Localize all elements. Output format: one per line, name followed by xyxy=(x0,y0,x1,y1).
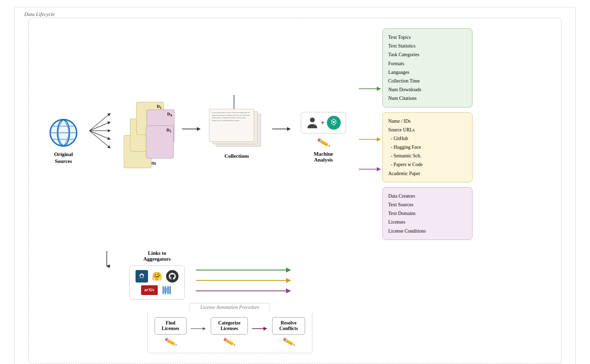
green-box-item: Num Downloads xyxy=(388,85,467,94)
github-icon xyxy=(166,270,179,283)
collections-section: Lorem ipsum dolor sit amet consectetur a… xyxy=(202,109,271,159)
datasets-stack: D1 D4 D2 D5 xyxy=(115,102,178,157)
svg-point-6 xyxy=(51,120,76,146)
green-box-item: Num Citations xyxy=(388,94,467,103)
green-box-item: Text Statistics xyxy=(388,42,467,50)
find-licenses-icon: ✏️ xyxy=(164,335,177,348)
yellow-box-item: Source URLs xyxy=(388,125,467,134)
green-box-item: Collection Time xyxy=(388,77,467,85)
aggregator-right-arrows xyxy=(195,250,292,293)
original-sources: OriginalSources xyxy=(39,117,88,165)
step-categorize-licenses: CategorizeLicenses ✏️ xyxy=(211,317,248,347)
svg-line-21 xyxy=(332,123,332,123)
globe-icon xyxy=(48,117,79,148)
annotation-icon: ✏️ xyxy=(316,136,331,150)
aggregators-section: Links toAggregators 🤗 xyxy=(126,250,188,300)
machine-icons-row: + xyxy=(301,112,346,133)
lifecycle-label: Data Lifecycle xyxy=(24,11,55,17)
arxiv-icon: arXiv xyxy=(141,285,158,295)
bottom-row: Links toAggregators 🤗 xyxy=(39,250,551,300)
pink-box-item: Text Domains xyxy=(388,209,467,218)
pink-box-item: Text Sources xyxy=(388,200,467,209)
categorize-licenses-icon: ✏️ xyxy=(223,335,236,348)
outer-dashed-box: OriginalSources xyxy=(28,18,562,364)
svg-line-12 xyxy=(89,131,110,148)
down-arrow-col xyxy=(95,250,119,268)
pink-box-item: Licenses xyxy=(388,218,467,226)
page-container: Data Lifecycle xyxy=(14,7,576,364)
svg-point-16 xyxy=(333,121,335,123)
yellow-box-item: - Hugging Face xyxy=(388,143,467,151)
svg-line-9 xyxy=(89,122,110,131)
figure-box: Data Lifecycle xyxy=(14,7,576,364)
pwc-icon xyxy=(160,285,173,295)
green-box-item: Task Categories xyxy=(388,50,467,59)
svg-point-15 xyxy=(310,118,315,122)
collections-to-machine-arrow xyxy=(271,125,292,133)
collection-card-1: Lorem ipsum dolor sit amet consectetur a… xyxy=(209,109,254,142)
pink-box-item: License Conditions xyxy=(388,227,467,235)
pink-box: Data Creators Text Sources Text Domains … xyxy=(382,187,472,240)
yellow-box-item: - Semantic Sch. xyxy=(388,151,467,160)
svg-line-11 xyxy=(89,131,110,139)
fanout-arrows xyxy=(88,106,112,155)
green-box-item: Text Topics xyxy=(388,33,467,42)
machine-analysis: + xyxy=(292,112,355,163)
step-find-licenses: FindLicenses ✏️ xyxy=(155,317,187,347)
find-licenses-box: FindLicenses xyxy=(155,317,187,335)
right-arrows xyxy=(358,86,382,172)
datasets-section: D1 D4 D2 D5 xyxy=(112,102,181,166)
license-proc-label: License Annotation Procedure xyxy=(190,303,270,312)
machine-label: MachineAnalysis xyxy=(314,151,333,163)
svg-line-22 xyxy=(332,121,332,121)
semantic-scholar-icon xyxy=(136,270,148,283)
step-resolve-conflicts: ResolveConflicts ✏️ xyxy=(272,317,305,347)
aggregators-label: Links toAggregators xyxy=(144,250,171,262)
license-procedure-section: License Annotation Procedure FindLicense… xyxy=(109,303,351,353)
original-sources-label: OriginalSources xyxy=(54,151,73,165)
yellow-box: Name / IDs Source URLs - GitHub - Huggin… xyxy=(382,112,472,182)
svg-line-8 xyxy=(89,113,110,131)
right-boxes: Text Topics Text Statistics Task Categor… xyxy=(382,28,472,240)
plus-sign: + xyxy=(321,119,324,127)
svg-point-27 xyxy=(140,275,143,278)
yellow-box-item: - GitHub xyxy=(388,134,467,143)
datasets-to-collections-arrow xyxy=(181,125,202,133)
green-box-item: Formats xyxy=(388,59,467,68)
huggingface-icon: 🤗 xyxy=(151,270,163,283)
collections-label: Collections xyxy=(225,153,249,159)
person-icon xyxy=(306,116,319,129)
svg-line-18 xyxy=(335,121,336,121)
categorize-licenses-box: CategorizeLicenses xyxy=(211,317,248,335)
green-box-item: Languages xyxy=(388,68,467,77)
aggregators-box: 🤗 arXiv xyxy=(129,266,185,300)
resolve-conflicts-icon: ✏️ xyxy=(282,335,295,348)
green-box: Text Topics Text Statistics Task Categor… xyxy=(382,28,472,107)
step-arrow-1 xyxy=(190,325,207,332)
yellow-box-item: Academic Paper xyxy=(388,169,467,178)
openai-icon xyxy=(327,116,341,130)
collections-stack: Lorem ipsum dolor sit amet consectetur a… xyxy=(209,109,264,150)
pink-box-item: Data Creators xyxy=(388,192,467,200)
yellow-box-item: - Papers w Code xyxy=(388,160,467,169)
step-arrow-2 xyxy=(251,325,269,332)
svg-line-19 xyxy=(335,123,336,123)
dataset-card-d5: D5 xyxy=(146,125,174,158)
license-steps-row: FindLicenses ✏️ xyxy=(147,312,313,353)
yellow-box-item: Name / IDs xyxy=(388,117,467,125)
resolve-conflicts-box: ResolveConflicts xyxy=(272,317,305,335)
